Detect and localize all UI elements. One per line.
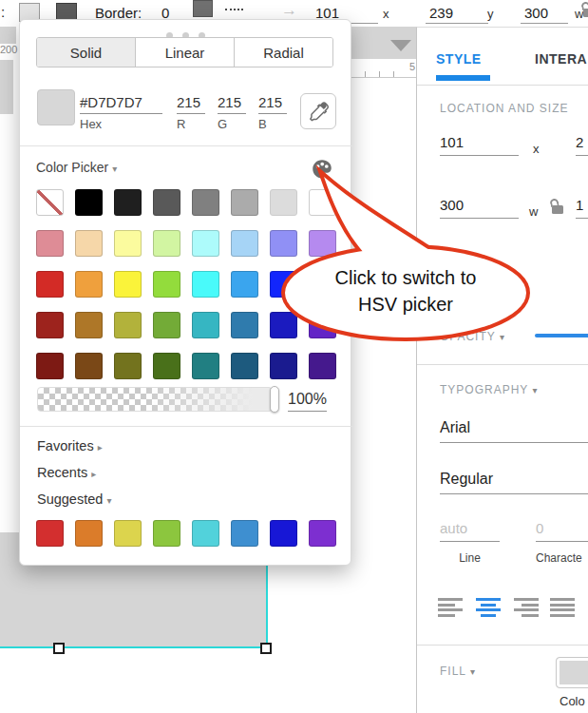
chevron-down-icon: ▾ xyxy=(470,666,476,677)
align-center-icon[interactable] xyxy=(476,598,501,617)
color-swatch[interactable] xyxy=(192,271,219,298)
opacity-header[interactable]: OPACITY ▾ xyxy=(440,330,505,343)
fill-header[interactable]: FILL ▾ xyxy=(440,665,476,678)
line-spacing-input[interactable]: auto xyxy=(440,520,500,542)
color-swatch[interactable] xyxy=(114,353,142,379)
opacity-percent-input[interactable]: 100% xyxy=(288,391,327,412)
color-swatch[interactable] xyxy=(75,230,103,257)
color-swatch[interactable] xyxy=(75,353,103,379)
color-swatch[interactable] xyxy=(270,230,297,257)
color-swatch[interactable] xyxy=(36,230,64,257)
color-swatch[interactable] xyxy=(192,353,219,379)
color-swatch[interactable] xyxy=(231,353,258,379)
favorites-section-toggle[interactable]: Favorites ▸ xyxy=(37,438,103,453)
color-swatch[interactable] xyxy=(270,520,297,547)
color-swatch[interactable] xyxy=(309,520,336,547)
opacity-slider-handle[interactable] xyxy=(270,386,279,413)
color-swatch[interactable] xyxy=(192,520,219,547)
fill-color-swatch-button[interactable] xyxy=(556,657,588,688)
color-swatch[interactable] xyxy=(153,353,180,379)
color-picker-mode-toggle[interactable]: Color Picker ▾ xyxy=(36,160,117,175)
color-swatch[interactable] xyxy=(153,312,180,338)
color-swatch[interactable] xyxy=(36,189,64,216)
suggested-section-toggle[interactable]: Suggested ▾ xyxy=(37,491,111,507)
tab-style[interactable]: STYLE xyxy=(436,51,482,67)
panel-w-input[interactable]: 300 xyxy=(440,197,519,219)
color-swatch[interactable] xyxy=(36,271,64,298)
opacity-slider-track[interactable] xyxy=(37,387,273,412)
character-spacing-input[interactable]: 0 xyxy=(536,520,588,542)
panel-x-input[interactable]: 101 xyxy=(440,134,519,156)
color-swatch[interactable] xyxy=(114,312,142,338)
red-input[interactable]: 215 xyxy=(177,94,205,114)
align-right-icon[interactable] xyxy=(514,598,539,617)
font-style-select[interactable]: Regular xyxy=(440,471,588,494)
location-size-header: LOCATION AND SIZE xyxy=(440,102,568,115)
color-swatch[interactable] xyxy=(231,189,258,216)
color-swatch[interactable] xyxy=(309,353,336,379)
color-swatch[interactable] xyxy=(75,520,103,547)
hex-input[interactable]: #D7D7D7 xyxy=(80,94,162,114)
chevron-down-icon: ▾ xyxy=(532,385,538,395)
color-swatch[interactable] xyxy=(75,189,103,216)
color-swatch[interactable] xyxy=(114,520,142,547)
color-swatch[interactable] xyxy=(231,271,258,298)
color-swatch[interactable] xyxy=(270,271,297,298)
y-position-input[interactable]: 239 xyxy=(429,5,453,21)
color-swatch[interactable] xyxy=(75,271,103,298)
color-swatch[interactable] xyxy=(270,312,297,338)
color-swatch[interactable] xyxy=(231,520,258,547)
color-swatch[interactable] xyxy=(309,312,336,338)
color-swatch[interactable] xyxy=(309,189,336,216)
tab-linear[interactable]: Linear xyxy=(136,38,235,67)
color-swatch[interactable] xyxy=(192,230,219,257)
color-swatch[interactable] xyxy=(114,189,142,216)
color-swatch[interactable] xyxy=(114,230,142,257)
font-family-select[interactable]: Arial xyxy=(440,419,588,443)
inspector-panel: STYLE INTERA LOCATION AND SIZE 101 x 2 3… xyxy=(416,27,588,713)
hsv-picker-button[interactable] xyxy=(310,157,334,182)
suggested-label: Suggested xyxy=(37,491,103,507)
color-swatch[interactable] xyxy=(36,353,64,379)
green-input[interactable]: 215 xyxy=(218,94,246,114)
panel-y-input-clipped[interactable]: 2 xyxy=(576,134,588,156)
color-swatch[interactable] xyxy=(153,520,180,547)
color-swatch[interactable] xyxy=(309,230,336,257)
tab-solid[interactable]: Solid xyxy=(37,38,136,67)
recents-section-toggle[interactable]: Recents ▸ xyxy=(37,465,96,480)
color-swatch[interactable] xyxy=(192,189,219,216)
selection-handle[interactable] xyxy=(53,643,65,654)
arrow-style-icon[interactable]: → xyxy=(281,1,297,20)
lock-icon[interactable] xyxy=(580,2,588,19)
align-justify-icon[interactable] xyxy=(550,598,575,617)
color-swatch[interactable] xyxy=(114,271,142,298)
color-swatch[interactable] xyxy=(36,312,64,338)
blue-input[interactable]: 215 xyxy=(258,94,287,114)
panel-h-input-clipped[interactable]: 1 xyxy=(576,197,588,219)
opacity-slider[interactable] xyxy=(535,334,588,337)
eyedropper-button[interactable] xyxy=(300,93,336,129)
align-left-icon[interactable] xyxy=(438,598,463,617)
color-swatch[interactable] xyxy=(36,520,64,547)
drag-dots-icon[interactable] xyxy=(20,26,351,33)
color-swatch[interactable] xyxy=(75,312,103,338)
border-color-swatch-button[interactable] xyxy=(193,0,213,17)
tab-interactions[interactable]: INTERA xyxy=(535,51,587,67)
typography-header[interactable]: TYPOGRAPHY ▾ xyxy=(440,383,539,396)
color-swatch[interactable] xyxy=(153,189,180,216)
color-swatch[interactable] xyxy=(309,271,336,298)
tab-radial[interactable]: Radial xyxy=(235,38,332,67)
aspect-lock-icon[interactable] xyxy=(549,199,566,216)
border-style-icon[interactable] xyxy=(225,9,243,10)
color-swatch[interactable] xyxy=(153,230,180,257)
width-input[interactable]: 300 xyxy=(524,5,548,21)
selection-handle[interactable] xyxy=(260,643,272,654)
color-swatch[interactable] xyxy=(153,271,180,298)
color-swatch[interactable] xyxy=(231,312,258,338)
color-swatch[interactable] xyxy=(270,189,297,216)
color-swatch[interactable] xyxy=(270,353,297,379)
color-swatch[interactable] xyxy=(231,230,258,257)
color-swatch[interactable] xyxy=(192,312,219,338)
character-label-clipped: Characte xyxy=(536,551,582,565)
ruler-corner xyxy=(0,27,16,44)
